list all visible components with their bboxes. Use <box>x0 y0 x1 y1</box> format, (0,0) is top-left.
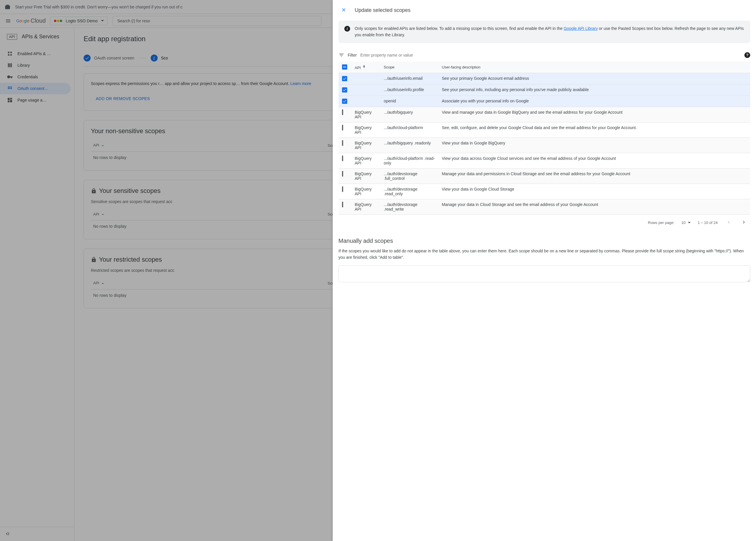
sidebar-item-label: Page usage a… <box>17 98 46 102</box>
row-api <box>351 95 380 107</box>
row-checkbox[interactable] <box>339 122 351 138</box>
google-api-library-link[interactable]: Google API Library <box>564 26 598 31</box>
scopes-table: API Scope User-facing description .../au… <box>339 62 750 215</box>
step-2[interactable]: 2 Sco <box>151 55 168 62</box>
sidebar-item-page-usage[interactable]: Page usage a… <box>0 94 74 106</box>
th-api[interactable]: API <box>351 62 380 73</box>
info-card: i Only scopes for enabled APIs are liste… <box>339 21 750 43</box>
chevron-right-icon <box>741 219 747 225</box>
row-description: Associate you with your personal info on… <box>438 95 750 107</box>
row-checkbox[interactable] <box>339 107 351 122</box>
manual-title: Manually add scopes <box>339 238 750 244</box>
scope-row: .../auth/userinfo.profileSee your person… <box>339 84 750 95</box>
chevron-left-icon <box>726 219 732 225</box>
row-scope: .../auth/bigquery .readonly <box>380 138 438 153</box>
project-name: Logto SSO Demo <box>66 19 98 23</box>
step-1[interactable]: OAuth consent screen <box>84 55 134 62</box>
next-page-button[interactable] <box>740 218 748 227</box>
menu-icon <box>5 18 11 24</box>
info-text: Only scopes for enabled APIs are listed … <box>355 25 744 38</box>
th-scope[interactable]: Scope <box>380 62 438 73</box>
collapse-sidebar-button[interactable] <box>3 531 10 538</box>
col-api[interactable]: API <box>91 277 325 289</box>
select-all-header[interactable] <box>339 62 351 73</box>
indeterminate-checkbox-icon <box>342 64 347 70</box>
learn-more-link[interactable]: Learn more <box>290 81 311 86</box>
menu-button[interactable] <box>5 17 12 24</box>
col-api-label: API <box>93 143 99 147</box>
sidebar-item-library[interactable]: Library <box>0 60 74 71</box>
dropdown-arrow-icon <box>688 222 691 223</box>
step-number: 2 <box>151 55 158 62</box>
close-button[interactable] <box>339 5 349 16</box>
row-description: See, edit, configure, and delete your Go… <box>438 122 750 138</box>
gift-icon <box>5 4 10 10</box>
filter-input[interactable] <box>360 53 741 57</box>
rows-per-page-select[interactable]: 10 <box>681 221 691 225</box>
col-api[interactable]: API <box>91 209 325 221</box>
chevron-left-icon <box>4 531 10 537</box>
sidebar-item-label: Library <box>17 63 30 68</box>
row-checkbox[interactable] <box>339 199 351 215</box>
scope-row: BigQuery API.../auth/bigqueryView and ma… <box>339 107 750 122</box>
search-placeholder: Search (/) for reso <box>117 19 150 23</box>
checkbox-unchecked-icon <box>342 171 343 177</box>
pagination: Rows per page: 10 1 – 10 of 24 <box>339 215 750 231</box>
add-remove-scopes-button[interactable]: ADD OR REMOVE SCOPES <box>91 94 155 104</box>
checkbox-unchecked-icon <box>342 140 343 146</box>
sort-up-icon <box>100 212 105 217</box>
page-range: 1 – 10 of 24 <box>698 221 718 225</box>
row-checkbox[interactable] <box>339 95 351 107</box>
sidebar-item-oauth-consent[interactable]: OAuth consent… <box>0 83 71 94</box>
help-icon[interactable]: ? <box>744 52 750 58</box>
info-text-before: Only scopes for enabled APIs are listed … <box>355 26 564 31</box>
drawer-title: Update selected scopes <box>355 7 411 13</box>
check-icon <box>84 55 91 62</box>
section-title-text: Your sensitive scopes <box>99 187 161 195</box>
sidebar-item-label: Credentials <box>17 75 38 79</box>
row-description: See your personal info, including any pe… <box>438 84 750 95</box>
th-description[interactable]: User-facing description <box>438 62 750 73</box>
logo[interactable]: Google Cloud <box>16 17 46 24</box>
row-checkbox[interactable] <box>339 73 351 84</box>
step-label: Sco <box>161 56 168 60</box>
manual-scopes-textarea[interactable] <box>339 266 750 282</box>
checkbox-unchecked-icon <box>342 202 343 208</box>
row-description: View your data in Google BigQuery <box>438 138 750 153</box>
sidebar-item-credentials[interactable]: Credentials <box>0 71 74 83</box>
row-scope: .../auth/devstorage .full_control <box>380 168 438 184</box>
row-description: See your primary Google Account email ad… <box>438 73 750 84</box>
sidebar-item-enabled-apis[interactable]: Enabled APIs & … <box>0 48 74 60</box>
prev-page-button[interactable] <box>725 218 733 227</box>
filter-bar: Filter ? <box>339 49 750 62</box>
checkbox-checked-icon <box>342 87 347 93</box>
manual-add-section: Manually add scopes If the scopes you wo… <box>339 238 750 283</box>
project-icon <box>54 20 62 22</box>
credentials-icon <box>7 74 13 80</box>
step-divider <box>139 58 146 58</box>
scope-row: BigQuery API.../auth/cloud-platformSee, … <box>339 122 750 138</box>
row-checkbox[interactable] <box>339 153 351 168</box>
search-input[interactable]: Search (/) for reso <box>112 16 321 26</box>
row-checkbox[interactable] <box>339 184 351 199</box>
sidebar-title: API APIs & Services <box>0 28 74 46</box>
page-usage-icon <box>7 97 13 103</box>
col-api[interactable]: API <box>91 140 325 152</box>
step-label: OAuth consent screen <box>94 56 134 60</box>
row-checkbox[interactable] <box>339 138 351 153</box>
manual-description: If the scopes you would like to add do n… <box>339 248 750 261</box>
sort-up-icon <box>100 143 105 148</box>
chevron-down-icon <box>101 20 104 21</box>
checkbox-unchecked-icon <box>342 109 343 115</box>
enabled-apis-icon <box>7 51 13 57</box>
row-checkbox[interactable] <box>339 84 351 95</box>
checkbox-unchecked-icon <box>342 156 343 161</box>
library-icon <box>7 62 13 68</box>
row-checkbox[interactable] <box>339 168 351 184</box>
checkbox-unchecked-icon <box>342 186 343 192</box>
filter-icon <box>339 52 344 58</box>
sort-up-icon <box>362 64 366 69</box>
lock-icon <box>91 188 97 194</box>
project-selector[interactable]: Logto SSO Demo <box>50 17 108 25</box>
row-api: BigQuery API <box>351 138 380 153</box>
